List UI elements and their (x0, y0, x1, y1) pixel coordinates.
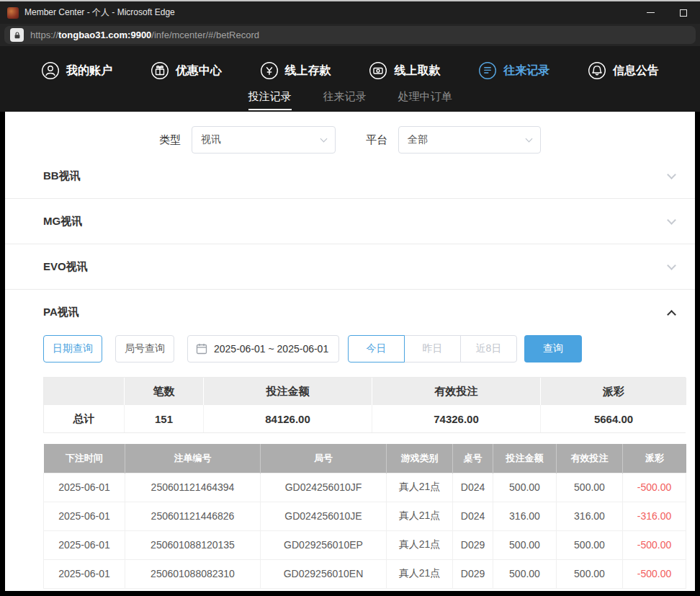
cell-bet-amount: 316.00 (493, 502, 557, 530)
records-circle-icon (478, 61, 497, 80)
cell-round-id: GD024256010JE (261, 502, 387, 530)
tab-transaction-records[interactable]: 往来记录 (323, 90, 367, 110)
summary-table: 笔数 投注金额 有效投注 派彩 总计 151 84126.00 74326.00… (43, 377, 686, 433)
cell-round-id: GD029256010EN (261, 559, 387, 588)
date-query-button[interactable]: 日期查询 (43, 335, 102, 363)
summary-header-bet-amount: 投注金额 (204, 378, 372, 405)
detail-table-head-row: 下注时间注单编号局号游戏类别桌号投注金额有效投注派彩 (44, 444, 686, 473)
section-mg-video[interactable]: MG视讯 (5, 199, 695, 244)
col-header-table-no: 桌号 (453, 444, 493, 473)
summary-header-count: 笔数 (125, 378, 204, 405)
cell-bet-time: 2025-06-01 (44, 502, 125, 530)
minimize-button[interactable] (634, 1, 667, 24)
filter-row: 类型 视讯 平台 全部 (5, 112, 695, 154)
section-evo-video[interactable]: EVO视讯 (5, 244, 695, 290)
platform-select[interactable]: 全部 (398, 126, 541, 154)
col-header-bet-id: 注单编号 (125, 444, 261, 473)
maximize-button[interactable] (667, 1, 700, 24)
quick-range-group: 今日 昨日 近8日 (348, 335, 517, 363)
detail-table-body: 2025-06-01250601121464394GD024256010JF真人… (44, 473, 686, 588)
main-nav: 我的账户 优惠中心 线上存款 线上取款 往来记录 (41, 53, 659, 88)
today-button[interactable]: 今日 (348, 335, 405, 363)
cell-valid-bet: 500.00 (557, 559, 623, 588)
summary-total-label: 总计 (44, 405, 125, 432)
minimize-icon (647, 12, 655, 13)
col-header-bet-amount: 投注金额 (493, 444, 557, 473)
last-8-days-button[interactable]: 近8日 (460, 335, 517, 363)
url-input[interactable]: https://tongbao31.com:9900/infe/mcenter/… (4, 26, 696, 44)
type-filter-label: 类型 (159, 133, 181, 147)
cell-payout: -500.00 (623, 559, 686, 588)
summary-header-payout: 派彩 (541, 378, 686, 405)
table-row: 2025-06-01250601088120135GD029256010EP真人… (44, 530, 686, 559)
cell-round-id: GD029256010EP (261, 530, 387, 559)
cell-game-type: 真人21点 (387, 530, 453, 559)
address-bar: https://tongbao31.com:9900/infe/mcenter/… (0, 24, 700, 46)
nav-item-my-account[interactable]: 我的账户 (41, 61, 112, 80)
nav-item-transaction-records[interactable]: 往来记录 (478, 61, 549, 80)
nav-label: 往来记录 (503, 63, 549, 79)
date-range-picker[interactable]: 2025-06-01 ~ 2025-06-01 (187, 335, 339, 363)
cell-table-no: D029 (453, 559, 493, 588)
accordion-sections: BB视讯 MG视讯 EVO视讯 PA视讯 (5, 154, 695, 335)
page-content: 类型 视讯 平台 全部 BB视讯 MG视讯 EVO视讯 PA视讯 日期 (5, 112, 695, 591)
summary-count-value: 151 (125, 405, 204, 432)
date-range-value: 2025-06-01 ~ 2025-06-01 (214, 343, 328, 355)
nav-item-promotions[interactable]: 优惠中心 (151, 61, 222, 80)
type-select-value: 视讯 (201, 133, 221, 146)
site-info-button[interactable] (10, 28, 24, 42)
cell-payout: -316.00 (623, 502, 686, 530)
summary-payout-value: 5664.00 (541, 405, 686, 432)
summary-valid-bet-value: 74326.00 (372, 405, 541, 432)
cell-table-no: D024 (453, 473, 493, 502)
nav-item-announcements[interactable]: 信息公告 (588, 61, 659, 80)
nav-item-online-withdrawal[interactable]: 线上取款 (369, 61, 440, 80)
window-titlebar: Member Center - 个人 - Microsoft Edge (0, 0, 700, 24)
summary-header-empty (44, 378, 125, 405)
detail-table: 下注时间注单编号局号游戏类别桌号投注金额有效投注派彩 2025-06-01250… (43, 444, 686, 589)
cell-payout: -500.00 (623, 530, 686, 559)
cell-game-type: 真人21点 (387, 559, 453, 588)
gift-circle-icon (151, 61, 169, 80)
platform-filter-label: 平台 (366, 133, 387, 147)
url-host: tongbao31.com:9900 (58, 30, 151, 40)
type-select[interactable]: 视讯 (192, 126, 336, 154)
table-row: 2025-06-01250601121446826GD024256010JE真人… (44, 502, 686, 530)
site-favicon (7, 7, 19, 19)
nav-label: 线上取款 (394, 63, 440, 79)
tab-processing-orders[interactable]: 处理中订单 (398, 90, 452, 110)
maximize-icon (680, 9, 687, 17)
section-pa-video[interactable]: PA视讯 (5, 290, 695, 335)
round-query-button[interactable]: 局号查询 (115, 335, 174, 363)
section-label: EVO视讯 (43, 260, 88, 274)
nav-label: 我的账户 (66, 63, 112, 79)
calendar-icon (196, 343, 207, 355)
bell-circle-icon (588, 61, 606, 80)
cell-payout: -500.00 (623, 473, 686, 502)
section-label: MG视讯 (43, 215, 82, 228)
nav-label: 优惠中心 (176, 63, 222, 79)
cell-bet-id: 250601088082310 (125, 559, 261, 588)
url-scheme: https:// (30, 30, 58, 40)
chevron-down-icon (667, 261, 676, 270)
cell-valid-bet: 316.00 (557, 502, 623, 530)
nav-item-online-deposit[interactable]: 线上存款 (260, 61, 331, 80)
nav-label: 信息公告 (613, 63, 659, 79)
yesterday-button[interactable]: 昨日 (404, 335, 461, 363)
search-button[interactable]: 查询 (524, 335, 582, 363)
tab-bet-records[interactable]: 投注记录 (248, 90, 292, 110)
cell-bet-amount: 500.00 (493, 473, 557, 502)
section-label: PA视讯 (43, 306, 79, 319)
table-row: 2025-06-01250601121464394GD024256010JF真人… (44, 473, 686, 502)
cell-table-no: D024 (453, 502, 493, 530)
cell-game-type: 真人21点 (387, 502, 453, 530)
section-bb-video[interactable]: BB视讯 (5, 154, 695, 199)
col-header-valid-bet: 有效投注 (557, 444, 623, 473)
chevron-down-icon (526, 135, 533, 143)
url-text: https://tongbao31.com:9900/infe/mcenter/… (30, 30, 259, 40)
col-header-payout: 派彩 (623, 444, 686, 473)
chevron-down-icon (667, 215, 676, 225)
sub-nav: 投注记录 往来记录 处理中订单 (0, 88, 700, 112)
cell-bet-time: 2025-06-01 (44, 473, 125, 502)
cell-bet-id: 250601121446826 (125, 502, 261, 530)
